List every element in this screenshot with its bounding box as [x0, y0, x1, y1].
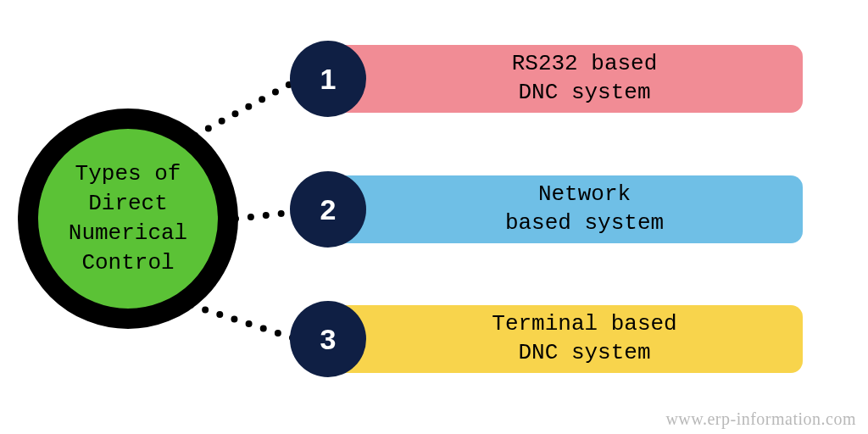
item-number-circle-2: 2 [290, 171, 366, 248]
item-number-3: 3 [320, 323, 337, 356]
center-topic-circle: Types of Direct Numerical Control [18, 108, 238, 329]
item-number-1: 1 [320, 63, 337, 96]
item-label-3: Terminal based DNC system [492, 310, 676, 368]
diagram-canvas: Types of Direct Numerical Control RS232 … [0, 0, 868, 434]
attribution-text: www.erp-information.com [665, 409, 856, 429]
item-number-2: 2 [320, 193, 337, 226]
item-number-circle-1: 1 [290, 41, 366, 117]
center-topic-label: Types of Direct Numerical Control [69, 159, 187, 278]
item-bar-3: Terminal based DNC system [328, 305, 803, 373]
item-number-circle-3: 3 [290, 301, 366, 377]
item-bar-2: Network based system [328, 175, 803, 243]
item-label-1: RS232 based DNC system [512, 50, 658, 108]
item-bar-1: RS232 based DNC system [328, 45, 803, 113]
item-label-2: Network based system [505, 181, 664, 238]
